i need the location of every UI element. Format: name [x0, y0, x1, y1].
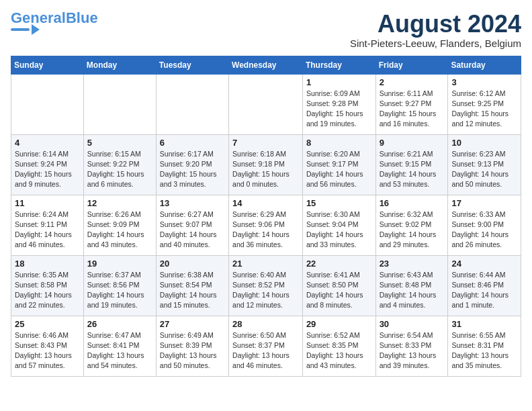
page-header: GeneralBlue August 2024 Sint-Pieters-Lee… — [11, 11, 521, 49]
cell-info: Daylight: 14 hours — [380, 230, 445, 240]
cell-info: Daylight: 15 hours — [380, 109, 445, 119]
cell-info: Daylight: 14 hours — [15, 290, 80, 300]
calendar-week-row: 11Sunrise: 6:24 AMSunset: 9:11 PMDayligh… — [11, 195, 521, 255]
cell-info: and 6 minutes. — [87, 179, 152, 189]
calendar-cell: 22Sunrise: 6:41 AMSunset: 8:50 PMDayligh… — [302, 255, 375, 316]
cell-info: Daylight: 14 hours — [380, 290, 445, 300]
logo-bar — [11, 28, 30, 31]
day-number: 12 — [87, 198, 152, 208]
cell-info: Sunrise: 6:54 AM — [380, 330, 445, 340]
day-number: 26 — [87, 319, 152, 329]
cell-info: Daylight: 13 hours — [451, 351, 517, 361]
cell-info: and 53 minutes. — [380, 179, 445, 189]
cell-info: Daylight: 15 hours — [15, 169, 80, 179]
day-number: 8 — [306, 138, 372, 148]
cell-info: Daylight: 14 hours — [306, 290, 372, 300]
month-year: August 2024 — [350, 11, 521, 38]
cell-info: Sunrise: 6:11 AM — [380, 89, 445, 99]
cell-info: and 50 minutes. — [451, 179, 517, 189]
day-number: 27 — [160, 319, 225, 329]
cell-info: and 9 minutes. — [15, 179, 80, 189]
calendar-table: SundayMondayTuesdayWednesdayThursdayFrid… — [11, 56, 521, 377]
cell-info: and 22 minutes. — [15, 300, 80, 310]
calendar-cell: 13Sunrise: 6:27 AMSunset: 9:07 PMDayligh… — [156, 195, 228, 255]
day-number: 16 — [380, 198, 445, 208]
calendar-cell: 23Sunrise: 6:43 AMSunset: 8:48 PMDayligh… — [375, 255, 448, 316]
cell-info: Daylight: 14 hours — [15, 230, 80, 240]
cell-info: Sunrise: 6:49 AM — [160, 330, 225, 340]
cell-info: Sunset: 9:24 PM — [15, 159, 80, 169]
cell-info: Daylight: 15 hours — [451, 109, 517, 119]
calendar-cell: 12Sunrise: 6:26 AMSunset: 9:09 PMDayligh… — [83, 195, 156, 255]
cell-info: and 26 minutes. — [451, 240, 517, 250]
day-number: 30 — [380, 319, 445, 329]
logo-text: GeneralBlue — [11, 11, 98, 26]
cell-info: and 3 minutes. — [160, 179, 225, 189]
cell-info: Sunrise: 6:27 AM — [160, 210, 225, 220]
cell-info: and 0 minutes. — [232, 179, 299, 189]
day-number: 22 — [306, 259, 372, 269]
logo: GeneralBlue — [11, 11, 98, 35]
day-number: 13 — [160, 198, 225, 208]
cell-info: Daylight: 14 hours — [451, 230, 517, 240]
cell-info: Sunrise: 6:52 AM — [306, 330, 372, 340]
calendar-cell: 30Sunrise: 6:54 AMSunset: 8:33 PMDayligh… — [375, 316, 448, 376]
day-number: 23 — [380, 259, 445, 269]
calendar-cell: 28Sunrise: 6:50 AMSunset: 8:37 PMDayligh… — [229, 316, 303, 376]
cell-info: Sunset: 8:33 PM — [380, 340, 445, 351]
cell-info: Daylight: 14 hours — [160, 230, 225, 240]
cell-info: Sunset: 8:54 PM — [160, 280, 225, 290]
cell-info: and 50 minutes. — [160, 361, 225, 371]
calendar-cell: 7Sunrise: 6:18 AMSunset: 9:18 PMDaylight… — [229, 134, 303, 195]
cell-info: Sunset: 9:17 PM — [306, 159, 372, 169]
calendar-week-row: 25Sunrise: 6:46 AMSunset: 8:43 PMDayligh… — [11, 316, 521, 376]
cell-info: and 16 minutes. — [380, 119, 445, 129]
weekday-header: Tuesday — [156, 56, 228, 74]
cell-info: Sunrise: 6:38 AM — [160, 270, 225, 280]
cell-info: and 57 minutes. — [15, 361, 80, 371]
cell-info: Daylight: 14 hours — [451, 290, 517, 300]
calendar-cell: 29Sunrise: 6:52 AMSunset: 8:35 PMDayligh… — [302, 316, 375, 376]
cell-info: and 19 minutes. — [306, 119, 372, 129]
cell-info: and 43 minutes. — [87, 240, 152, 250]
cell-info: Daylight: 15 hours — [232, 169, 299, 179]
calendar-cell: 4Sunrise: 6:14 AMSunset: 9:24 PMDaylight… — [11, 134, 84, 195]
cell-info: Sunset: 9:25 PM — [451, 99, 517, 109]
cell-info: Sunset: 9:11 PM — [15, 220, 80, 230]
weekday-header: Wednesday — [229, 56, 303, 74]
cell-info: Sunset: 9:28 PM — [306, 99, 372, 109]
calendar-cell — [11, 74, 84, 134]
cell-info: Daylight: 14 hours — [87, 290, 152, 300]
cell-info: Sunrise: 6:47 AM — [87, 330, 152, 340]
day-number: 7 — [232, 138, 299, 148]
calendar-cell: 25Sunrise: 6:46 AMSunset: 8:43 PMDayligh… — [11, 316, 84, 376]
calendar-cell: 18Sunrise: 6:35 AMSunset: 8:58 PMDayligh… — [11, 255, 84, 316]
cell-info: Sunset: 9:00 PM — [451, 220, 517, 230]
cell-info: Sunset: 9:06 PM — [232, 220, 299, 230]
cell-info: Daylight: 13 hours — [15, 351, 80, 361]
day-number: 3 — [451, 77, 517, 87]
calendar-cell: 26Sunrise: 6:47 AMSunset: 8:41 PMDayligh… — [83, 316, 156, 376]
cell-info: Sunrise: 6:46 AM — [15, 330, 80, 340]
cell-info: Daylight: 14 hours — [232, 230, 299, 240]
cell-info: Daylight: 14 hours — [306, 169, 372, 179]
cell-info: Sunrise: 6:21 AM — [380, 149, 445, 159]
weekday-header: Thursday — [302, 56, 375, 74]
calendar-cell: 19Sunrise: 6:37 AMSunset: 8:56 PMDayligh… — [83, 255, 156, 316]
calendar-cell: 9Sunrise: 6:21 AMSunset: 9:15 PMDaylight… — [375, 134, 448, 195]
cell-info: Sunrise: 6:29 AM — [232, 210, 299, 220]
cell-info: Daylight: 14 hours — [306, 230, 372, 240]
cell-info: Sunset: 8:52 PM — [232, 280, 299, 290]
cell-info: Sunrise: 6:32 AM — [380, 210, 445, 220]
cell-info: and 12 minutes. — [232, 300, 299, 310]
cell-info: and 29 minutes. — [380, 240, 445, 250]
day-number: 28 — [232, 319, 299, 329]
cell-info: Sunset: 8:46 PM — [451, 280, 517, 290]
calendar-cell: 3Sunrise: 6:12 AMSunset: 9:25 PMDaylight… — [448, 74, 521, 134]
calendar-cell: 16Sunrise: 6:32 AMSunset: 9:02 PMDayligh… — [375, 195, 448, 255]
cell-info: Daylight: 13 hours — [87, 351, 152, 361]
calendar-week-row: 4Sunrise: 6:14 AMSunset: 9:24 PMDaylight… — [11, 134, 521, 195]
weekday-header: Monday — [83, 56, 156, 74]
day-number: 2 — [380, 77, 445, 87]
cell-info: Sunset: 9:02 PM — [380, 220, 445, 230]
